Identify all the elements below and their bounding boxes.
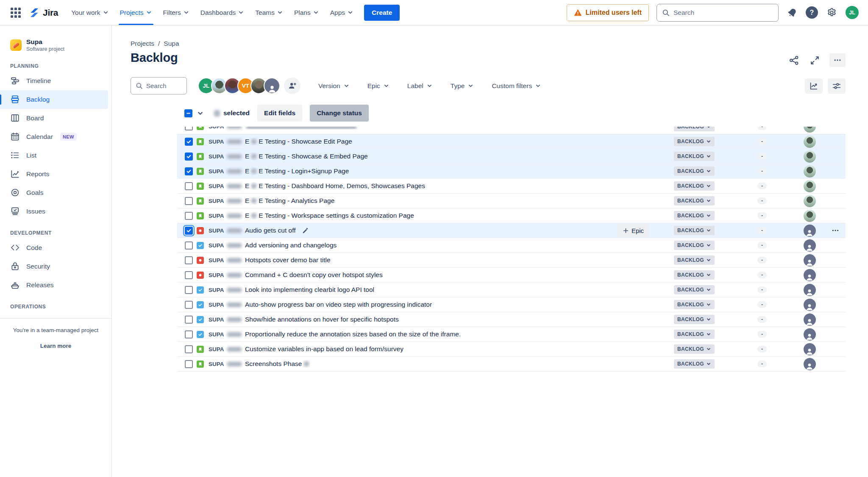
breadcrumb-projects[interactable]: Projects (131, 40, 154, 47)
assignee-avatar-generic-icon[interactable] (804, 254, 816, 266)
filter-dropdown-custom-filters[interactable]: Custom filters (486, 78, 547, 94)
issue-row[interactable]: SUPACommand + C doesn't copy over hotspo… (177, 268, 846, 283)
assignee-avatar-generic-icon[interactable] (804, 239, 816, 252)
help-icon[interactable]: ? (806, 6, 818, 19)
status-dropdown[interactable]: BACKLOG (674, 137, 715, 146)
sidebar-item-backlog[interactable]: Backlog (0, 90, 108, 109)
status-dropdown[interactable]: BACKLOG (674, 127, 715, 131)
nav-item-your-work[interactable]: Your work (66, 0, 114, 25)
global-search-input[interactable] (673, 9, 773, 17)
assignee-avatar-generic-icon[interactable] (804, 225, 816, 237)
sidebar-item-calendar[interactable]: CalendarNEW (0, 128, 108, 146)
status-dropdown[interactable]: BACKLOG (674, 344, 715, 354)
assignee-avatar-generic-icon[interactable] (804, 284, 816, 296)
change-status-button[interactable]: Change status (310, 105, 369, 122)
add-person-button[interactable] (284, 78, 300, 94)
issue-row[interactable]: SUPAEE Testing - Showcase Edit PageBACKL… (177, 134, 846, 149)
issue-row[interactable]: SUPAEE Testing - Workspace settings & cu… (177, 208, 846, 223)
global-search[interactable] (657, 4, 779, 22)
row-checkbox[interactable] (185, 182, 193, 190)
more-actions-button[interactable] (829, 53, 846, 67)
assignee-avatar-generic-icon[interactable] (804, 313, 816, 326)
issue-row[interactable]: SUPALook into implementing clearbit logo… (177, 283, 846, 297)
status-dropdown[interactable]: BACKLOG (674, 152, 715, 161)
filter-dropdown-epic[interactable]: Epic (362, 78, 395, 94)
select-all-checkbox[interactable] (184, 109, 192, 117)
status-dropdown[interactable]: BACKLOG (674, 270, 715, 280)
nav-item-plans[interactable]: Plans (289, 0, 325, 25)
share-icon[interactable] (788, 54, 800, 67)
backlog-search-input[interactable] (146, 82, 182, 89)
assignee-avatar-generic-icon[interactable] (804, 328, 816, 341)
row-checkbox[interactable] (185, 286, 193, 294)
avatar-generic[interactable] (264, 78, 280, 94)
assignee-avatar[interactable] (804, 210, 816, 222)
edit-fields-button[interactable]: Edit fields (257, 105, 302, 122)
sidebar-item-list[interactable]: List (0, 146, 108, 165)
status-dropdown[interactable]: BACKLOG (674, 359, 715, 369)
row-checkbox[interactable] (185, 301, 193, 309)
select-dropdown-chevron-icon[interactable] (197, 110, 204, 117)
nav-item-projects[interactable]: Projects (114, 0, 158, 25)
assignee-avatar[interactable] (804, 165, 816, 177)
breadcrumb-project[interactable]: Supa (164, 40, 179, 47)
issue-row[interactable]: SUPAAdd versioning and changelogsBACKLOG… (177, 238, 846, 253)
filter-dropdown-version[interactable]: Version (312, 78, 356, 94)
assignee-avatar-generic-icon[interactable] (804, 269, 816, 281)
issue-row[interactable]: SUPAProportionally reduce the annotation… (177, 327, 846, 342)
edit-summary-pencil-icon[interactable] (302, 227, 309, 234)
issue-row[interactable]: SUPAEE Testing - Showcase & Embed PageBA… (177, 149, 846, 164)
status-dropdown[interactable]: BACKLOG (674, 211, 715, 220)
assignee-avatar[interactable] (804, 127, 816, 133)
limited-users-button[interactable]: Limited users left (567, 4, 649, 21)
sidebar-item-security[interactable]: Security (0, 257, 108, 276)
status-dropdown[interactable]: BACKLOG (674, 315, 715, 324)
row-more-actions-icon[interactable] (830, 225, 841, 236)
fullscreen-icon[interactable] (809, 54, 821, 67)
view-settings-icon[interactable] (828, 78, 846, 94)
issue-row[interactable]: SUPAScreenshots Phase BACKLOG- (177, 357, 846, 372)
issue-row[interactable]: SUPABACKLOG- (177, 127, 846, 134)
row-checkbox[interactable] (185, 197, 193, 205)
status-dropdown[interactable]: BACKLOG (674, 285, 715, 294)
sidebar-item-goals[interactable]: Goals (0, 183, 108, 202)
status-dropdown[interactable]: BACKLOG (674, 330, 715, 339)
nav-item-filters[interactable]: Filters (158, 0, 195, 25)
issue-row[interactable]: SUPAEE Testing - Login+Signup PageBACKLO… (177, 164, 846, 179)
issue-row[interactable]: SUPAEE Testing - Dashboard Home, Demos, … (177, 179, 846, 194)
row-checkbox[interactable] (185, 138, 193, 146)
issue-row[interactable]: SUPAEE Testing - Analytics PageBACKLOG- (177, 194, 846, 208)
row-checkbox[interactable] (185, 345, 193, 353)
project-header[interactable]: Supa Software project (0, 38, 111, 52)
issue-row[interactable]: SUPAAuto-show progress bar on video step… (177, 297, 846, 312)
status-dropdown[interactable]: BACKLOG (674, 255, 715, 265)
user-avatar[interactable]: JL (846, 6, 859, 19)
row-checkbox[interactable] (185, 271, 193, 279)
backlog-search[interactable] (131, 77, 187, 94)
create-button[interactable]: Create (364, 5, 400, 21)
assignee-avatar[interactable] (804, 180, 816, 192)
status-dropdown[interactable]: BACKLOG (674, 196, 715, 205)
row-checkbox[interactable] (185, 360, 193, 368)
issue-row[interactable]: SUPAAudio gets cut offEpicBACKLOG- (177, 223, 846, 238)
settings-gear-icon[interactable] (826, 6, 838, 19)
assignee-avatar-generic-icon[interactable] (804, 299, 816, 311)
nav-item-apps[interactable]: Apps (325, 0, 359, 25)
issue-row[interactable]: SUPACustomize variables in-app based on … (177, 342, 846, 357)
sidebar-item-board[interactable]: Board (0, 109, 108, 128)
assignee-avatar-generic-icon[interactable] (804, 343, 816, 355)
status-dropdown[interactable]: BACKLOG (674, 300, 715, 309)
row-checkbox[interactable] (185, 153, 193, 161)
row-checkbox[interactable] (185, 316, 193, 324)
row-checkbox[interactable] (185, 227, 193, 235)
nav-item-dashboards[interactable]: Dashboards (195, 0, 250, 25)
assignee-avatar[interactable] (804, 150, 816, 163)
status-dropdown[interactable]: BACKLOG (674, 241, 715, 250)
assignee-avatar[interactable] (804, 195, 816, 207)
issue-row[interactable]: SUPAShow/hide annotations on hover for s… (177, 312, 846, 327)
sidebar-item-reports[interactable]: Reports (0, 165, 108, 183)
row-checkbox[interactable] (185, 330, 193, 338)
row-checkbox[interactable] (185, 256, 193, 264)
nav-item-teams[interactable]: Teams (250, 0, 289, 25)
filter-dropdown-type[interactable]: Type (445, 78, 480, 94)
